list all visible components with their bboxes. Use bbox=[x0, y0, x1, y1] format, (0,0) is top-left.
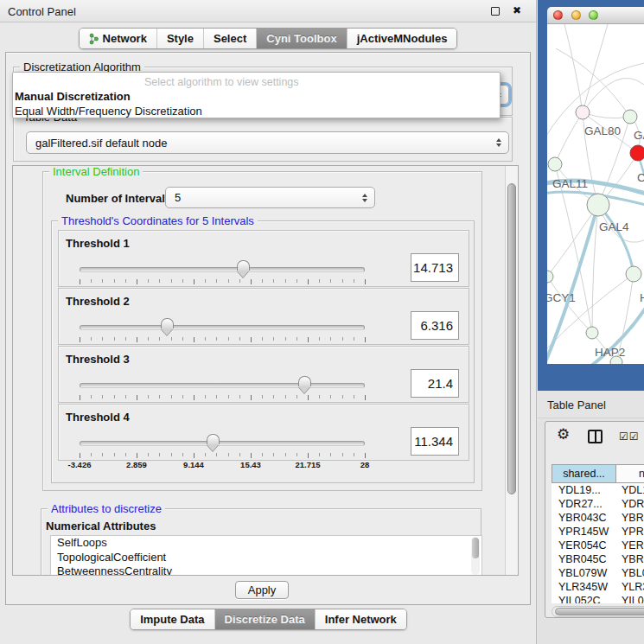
node-label: GAL11 bbox=[552, 177, 588, 190]
node-label: HAP2 bbox=[595, 346, 625, 359]
table-panel-title: Table Panel bbox=[547, 399, 606, 411]
tab-cyni-toolbox[interactable]: Cyni Toolbox bbox=[256, 29, 346, 48]
node-gal11[interactable] bbox=[548, 157, 562, 171]
table-row[interactable]: YBL079WYBL0 bbox=[552, 566, 644, 580]
threshold-row-3: Threshold 3 -3.4262.8599.14415.4321.7152… bbox=[58, 346, 469, 403]
table-row[interactable]: YIL052CYIL0 bbox=[552, 594, 644, 603]
threshold-value-field[interactable]: 14.713 bbox=[411, 253, 459, 282]
threshold-value-field[interactable]: 11.344 bbox=[411, 427, 459, 456]
cell[interactable]: YIL052C bbox=[552, 595, 616, 603]
threshold-label: Threshold 2 bbox=[66, 295, 130, 308]
cell[interactable]: YBR045C bbox=[552, 553, 616, 565]
minimize-traffic-light-icon[interactable] bbox=[571, 10, 581, 20]
list-item[interactable]: TopologicalCoefficient bbox=[51, 551, 481, 565]
slider-thumb[interactable] bbox=[161, 318, 174, 328]
table-data-group: Table Data galFiltered.sif default node bbox=[13, 117, 513, 162]
cell[interactable]: YER054C bbox=[552, 539, 616, 552]
slider-track[interactable] bbox=[80, 383, 365, 388]
application-root: Control Panel ✖ Network Style bbox=[0, 0, 644, 644]
column-header-shared-name[interactable]: shared... bbox=[552, 465, 616, 482]
thresholds-group: Threshold's Coordinates for 5 Intervals … bbox=[51, 220, 475, 483]
node-selected-red[interactable] bbox=[630, 145, 644, 161]
cell[interactable]: YDL1 bbox=[616, 484, 644, 496]
node-hap2[interactable] bbox=[586, 327, 598, 339]
threshold-row-4: Threshold 4 -3.4262.8599.14415.4321.7152… bbox=[58, 404, 469, 461]
cell[interactable]: YIL0 bbox=[616, 595, 644, 603]
table-row[interactable]: YPR145WYPR1 bbox=[552, 525, 644, 539]
gear-icon[interactable]: ⚙ bbox=[557, 427, 570, 442]
slider-ticks: -3.4262.8599.14415.4321.71528 bbox=[80, 279, 365, 284]
cell[interactable]: YBR0 bbox=[616, 512, 644, 524]
list-scrollbar[interactable] bbox=[471, 537, 480, 575]
slider-track[interactable] bbox=[80, 441, 365, 446]
cell[interactable]: YDR27... bbox=[552, 498, 616, 510]
float-window-icon[interactable] bbox=[491, 7, 500, 16]
close-icon[interactable]: ✖ bbox=[513, 5, 521, 16]
table-panel: ⚙ ☑☑ shared... n YDL19...YDL1 YDR27...YD… bbox=[545, 421, 644, 618]
tab-jactivemnodules[interactable]: jActiveMNodules bbox=[347, 29, 457, 48]
apply-button[interactable]: Apply bbox=[235, 581, 289, 599]
column-layout-icon[interactable] bbox=[588, 430, 603, 443]
dropdown-option-manual-discretization[interactable]: Manual Discretization bbox=[15, 90, 131, 103]
slider-thumb[interactable] bbox=[207, 434, 220, 444]
slider-thumb[interactable] bbox=[237, 260, 250, 271]
tab-style[interactable]: Style bbox=[156, 29, 203, 48]
cell[interactable]: YPR1 bbox=[616, 526, 644, 538]
tab-impute-data[interactable]: Impute Data bbox=[131, 609, 214, 629]
slider-track[interactable] bbox=[80, 267, 365, 272]
slider-thumb[interactable] bbox=[298, 376, 311, 386]
table-row[interactable]: YBR043CYBR0 bbox=[552, 511, 644, 525]
list-item[interactable]: SelfLoops bbox=[51, 536, 481, 551]
dropdown-hint-option[interactable]: Select algorithm to view settings bbox=[144, 76, 299, 88]
cell[interactable]: YBL079W bbox=[552, 567, 616, 579]
number-of-intervals-label: Number of Intervals bbox=[66, 192, 171, 205]
table-row[interactable]: YER054CYER0 bbox=[552, 539, 644, 552]
cell[interactable]: YER0 bbox=[616, 539, 644, 552]
tab-discretize-data[interactable]: Discretize Data bbox=[214, 609, 315, 629]
table-header-row: shared... n bbox=[552, 464, 644, 483]
cell[interactable]: YDR2 bbox=[616, 498, 644, 510]
group-title: Threshold's Coordinates for 5 Intervals bbox=[58, 214, 258, 227]
cell[interactable]: YLR345W bbox=[552, 581, 616, 593]
node-gal4[interactable] bbox=[587, 194, 609, 216]
select-columns-icon[interactable]: ☑☑ bbox=[619, 430, 640, 443]
table-data-select[interactable]: galFiltered.sif default node bbox=[26, 131, 509, 154]
cell[interactable]: YBR0 bbox=[616, 553, 644, 565]
tab-label: Network bbox=[103, 32, 147, 45]
scrollbar-thumb[interactable] bbox=[555, 608, 644, 615]
cell[interactable]: YBL0 bbox=[616, 567, 644, 579]
close-traffic-light-icon[interactable] bbox=[553, 10, 563, 20]
cell[interactable]: YBR043C bbox=[552, 512, 616, 524]
tab-network[interactable]: Network bbox=[80, 29, 156, 48]
threshold-label: Threshold 4 bbox=[66, 411, 130, 424]
table-row[interactable]: YDL19...YDL1 bbox=[552, 483, 644, 497]
tab-select[interactable]: Select bbox=[203, 29, 256, 48]
node-gcy1[interactable] bbox=[547, 271, 553, 283]
node-ga[interactable] bbox=[623, 110, 637, 124]
network-window-titlebar[interactable] bbox=[547, 7, 644, 24]
tab-label: jActiveMNodules bbox=[357, 32, 448, 45]
zoom-traffic-light-icon[interactable] bbox=[589, 10, 598, 20]
slider-track[interactable] bbox=[80, 325, 365, 330]
node-gal80[interactable] bbox=[576, 105, 590, 119]
tab-infer-network[interactable]: Infer Network bbox=[315, 609, 406, 629]
network-canvas[interactable]: GAL80 GA GAL11 C GAL4 GCY1 H HAP2 bbox=[547, 24, 644, 364]
threshold-row-1: Threshold 1 -3.4262.8599.14415.4321.7152… bbox=[58, 230, 469, 287]
threshold-value-field[interactable]: 6.316 bbox=[411, 311, 459, 340]
threshold-slider-4: -3.4262.8599.14415.4321.71528 bbox=[80, 434, 365, 470]
scrollbar-thumb[interactable] bbox=[507, 183, 516, 494]
table-row[interactable]: YDR27...YDR2 bbox=[552, 497, 644, 511]
dropdown-option-equal-width-frequency[interactable]: Equal Width/Frequency Discretization bbox=[15, 105, 202, 118]
table-row[interactable]: YBR045CYBR0 bbox=[552, 552, 644, 566]
cell[interactable]: YDL19... bbox=[552, 484, 616, 496]
list-item[interactable]: BetweennessCentrality bbox=[51, 564, 481, 576]
cell[interactable]: YPR145W bbox=[552, 526, 616, 538]
table-body: YDL19...YDL1 YDR27...YDR2 YBR043CYBR0 YP… bbox=[552, 483, 644, 603]
number-of-intervals-select[interactable]: 5 bbox=[165, 187, 375, 208]
table-row[interactable]: YLR345WYLR3 bbox=[552, 580, 644, 594]
table-panel-titlebar: Table Panel bbox=[538, 391, 644, 418]
column-header-name[interactable]: n bbox=[616, 465, 644, 482]
threshold-value-field[interactable]: 21.4 bbox=[411, 369, 459, 398]
cell[interactable]: YLR3 bbox=[616, 581, 644, 593]
node-h[interactable] bbox=[626, 266, 641, 282]
